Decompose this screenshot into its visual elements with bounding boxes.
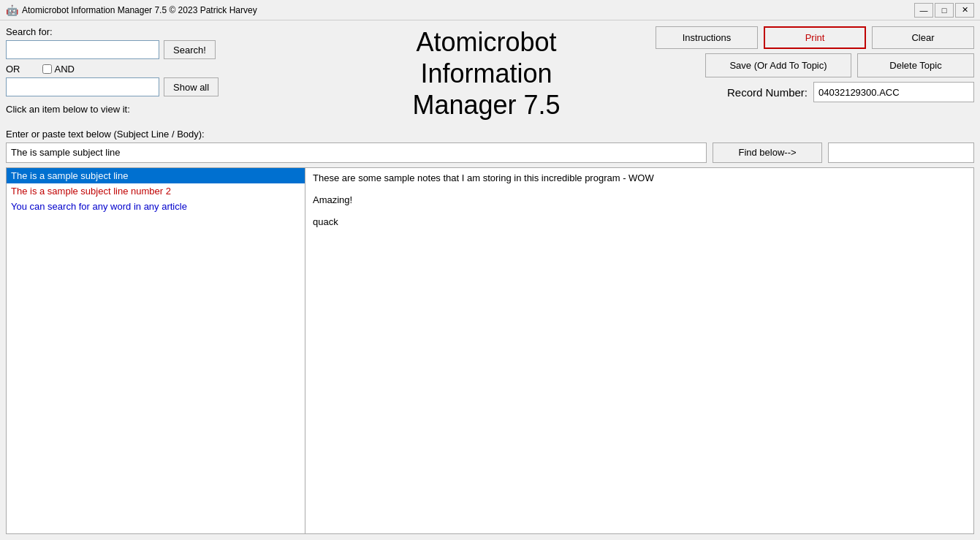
close-button[interactable]: ✕ bbox=[955, 3, 974, 18]
clear-button[interactable]: Clear bbox=[872, 26, 974, 49]
right-top-row: Instructions Print Clear bbox=[667, 26, 974, 49]
list-item[interactable]: The is a sample subject line bbox=[7, 168, 305, 183]
left-panel: Search for: Search! OR AND Show all Clic… bbox=[6, 26, 305, 115]
search-input[interactable] bbox=[6, 40, 159, 59]
center-panel: Atomicrobot Information Manager 7.5 bbox=[311, 26, 661, 121]
app-title-line1: Atomicrobot bbox=[412, 26, 560, 58]
subject-label: Enter or paste text below (Subject Line … bbox=[6, 129, 974, 140]
right-middle-row: Save (Or Add To Topic) Delete Topic bbox=[667, 53, 974, 77]
second-search-row: Show all bbox=[6, 77, 305, 96]
record-number-input[interactable] bbox=[813, 82, 974, 102]
minimize-button[interactable]: — bbox=[914, 3, 933, 18]
extra-input[interactable] bbox=[828, 142, 974, 163]
and-label: AND bbox=[55, 64, 75, 75]
app-title-line3: Manager 7.5 bbox=[412, 89, 560, 121]
top-section: Search for: Search! OR AND Show all Clic… bbox=[6, 26, 974, 121]
or-and-row: OR AND bbox=[6, 64, 305, 75]
search-row: Search! bbox=[6, 40, 305, 59]
content-section: The is a sample subject line The is a sa… bbox=[6, 167, 974, 534]
app-icon: 🤖 bbox=[6, 4, 18, 16]
body-panel[interactable]: These are some sample notes that I am st… bbox=[305, 167, 974, 534]
list-panel[interactable]: The is a sample subject line The is a sa… bbox=[6, 167, 305, 534]
app-title: Atomicrobot Information Manager 7.5 bbox=[412, 26, 560, 121]
delete-topic-button[interactable]: Delete Topic bbox=[857, 53, 974, 77]
app-title-line2: Information bbox=[412, 58, 560, 89]
right-panel: Instructions Print Clear Save (Or Add To… bbox=[667, 26, 974, 102]
title-bar-text: Atomicrobot Information Manager 7.5 © 20… bbox=[22, 5, 257, 15]
body-text: These are some sample notes that I am st… bbox=[313, 172, 966, 227]
and-checkbox[interactable] bbox=[42, 64, 52, 74]
click-label: Click an item below to view it: bbox=[6, 104, 305, 115]
list-item[interactable]: You can search for any word in any artic… bbox=[7, 199, 305, 214]
search-label: Search for: bbox=[6, 26, 305, 37]
find-below-button[interactable]: Find below--> bbox=[713, 142, 822, 163]
or-label: OR bbox=[6, 64, 20, 75]
main-container: Search for: Search! OR AND Show all Clic… bbox=[0, 20, 980, 540]
maximize-button[interactable]: □ bbox=[935, 3, 954, 18]
second-search-input[interactable] bbox=[6, 77, 159, 96]
list-item[interactable]: The is a sample subject line number 2 bbox=[7, 183, 305, 199]
save-button[interactable]: Save (Or Add To Topic) bbox=[705, 53, 851, 77]
show-all-button[interactable]: Show all bbox=[164, 77, 219, 96]
instructions-button[interactable]: Instructions bbox=[656, 26, 758, 49]
subject-row: Find below--> bbox=[6, 142, 974, 163]
subject-area: Enter or paste text below (Subject Line … bbox=[6, 129, 974, 163]
search-button[interactable]: Search! bbox=[164, 40, 216, 59]
title-bar: 🤖 Atomicrobot Information Manager 7.5 © … bbox=[0, 0, 980, 20]
title-bar-left: 🤖 Atomicrobot Information Manager 7.5 © … bbox=[6, 4, 257, 16]
record-number-label: Record Number: bbox=[727, 86, 808, 99]
right-bottom-row: Record Number: bbox=[667, 82, 974, 102]
title-bar-controls: — □ ✕ bbox=[914, 3, 974, 18]
and-checkbox-row: AND bbox=[42, 64, 75, 75]
subject-input[interactable] bbox=[6, 142, 707, 163]
print-button[interactable]: Print bbox=[764, 26, 866, 49]
